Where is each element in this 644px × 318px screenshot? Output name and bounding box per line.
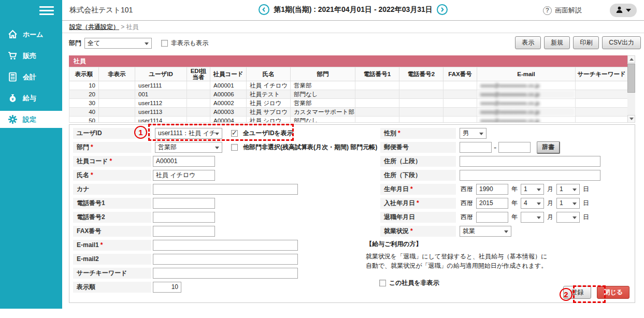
show-all-user-ids-checkbox[interactable] [231, 130, 238, 137]
display-order-link[interactable]: 40 [69, 108, 99, 117]
employee-code-input[interactable]: A00001 [153, 156, 215, 167]
column-header: 部門 [291, 67, 355, 81]
fax-label: FAX番号 [73, 226, 151, 237]
table-cell: 社員 イチロウ [247, 81, 291, 90]
retire-year-input[interactable] [476, 212, 508, 223]
breadcrumb-separator: > [121, 23, 124, 31]
table-cell-email-masked: xxxxx@xxxxxxxxxx.co.jp [477, 90, 576, 99]
sidebar-item-settings[interactable]: 設定 [0, 111, 62, 128]
join-day-select[interactable]: 1 [556, 198, 580, 209]
sidebar-menu: ホーム 販売 会計 ¥ 給与 [0, 24, 62, 130]
gender-select[interactable]: 男 [460, 128, 486, 139]
email1-input[interactable] [153, 240, 298, 251]
address2-label: 住所（下段） [380, 170, 456, 181]
other-department-label: 他部門非選択(残高試算表(月次・期間) 部門元帳) [243, 143, 377, 152]
show-hidden-checkbox[interactable] [161, 40, 168, 47]
department-filter-select[interactable]: 全て [84, 38, 152, 49]
user-id-label: ユーザID [73, 128, 151, 139]
other-department-checkbox[interactable] [231, 144, 238, 151]
phone1-input[interactable] [153, 198, 215, 209]
address1-input[interactable] [460, 156, 600, 167]
department-select[interactable]: 営業部 [155, 142, 222, 153]
fax-input[interactable] [153, 226, 215, 237]
name-input[interactable]: 社員 イチロウ [153, 170, 215, 181]
sidebar-item-home[interactable]: ホーム [0, 24, 62, 45]
join-month-select[interactable]: 4 [521, 198, 544, 209]
sidebar-item-accounting[interactable]: 会計 [0, 66, 62, 88]
breadcrumb-current: 社員 [126, 23, 139, 31]
table-cell-email-masked: xxxxx@xxxxxxxxxx.co.jp [477, 81, 576, 90]
postal-code-row: 郵便番号 - 辞書 [380, 142, 631, 153]
table-cell [576, 117, 628, 123]
payroll-note-line: 就業状況を「退職」にして登録すると、社員給与（基本情報）に [366, 252, 616, 261]
kana-input[interactable] [153, 184, 298, 195]
table-cell [99, 90, 135, 99]
scroll-down-icon[interactable] [627, 115, 635, 123]
sidebar-item-label: 会計 [23, 73, 36, 82]
show-button[interactable]: 表示 [515, 36, 541, 49]
address2-input[interactable] [460, 170, 600, 181]
retire-month-select[interactable] [521, 212, 544, 223]
new-button[interactable]: 新規 [544, 36, 570, 49]
column-header: 非表示 [99, 67, 135, 81]
table-row[interactable]: 50user1114A00004社員 シロウ部門なしxxxxx@xxxxxxxx… [69, 117, 628, 123]
birth-day-select[interactable]: 1 [556, 184, 580, 195]
close-button[interactable]: 閉じる [597, 286, 629, 299]
employment-status-row: 就業状況* 就業 [380, 226, 631, 237]
birth-date-label: 生年月日 [384, 185, 409, 193]
table-row[interactable]: 40user1113A00003社員 サブロウカスタマーサポート部xxxxx@x… [69, 108, 628, 117]
display-order-link[interactable]: 10 [69, 81, 99, 90]
table-cell: 社員 サブロウ [247, 108, 291, 117]
next-period-button[interactable] [437, 4, 448, 15]
screen-help-button[interactable]: ? 画面解説 [543, 6, 582, 15]
user-menu-button[interactable] [610, 4, 637, 17]
display-order-link[interactable]: 30 [69, 99, 99, 108]
hide-employee-checkbox[interactable] [379, 280, 386, 286]
csv-export-button[interactable]: CSV出力 [602, 36, 641, 49]
retire-day-select[interactable] [556, 212, 580, 223]
kana-row: カナ [73, 184, 379, 195]
print-button[interactable]: 印刷 [573, 36, 599, 49]
scrollbar-thumb[interactable] [627, 64, 635, 93]
user-id-row: ユーザID user1111：社員 イチ 全ユーザIDを表示 [73, 128, 379, 139]
birth-month-select[interactable]: 1 [521, 184, 544, 195]
display-order-input[interactable]: 10 [153, 282, 181, 293]
table-scrollbar[interactable] [627, 55, 635, 123]
year-suffix: 年 [511, 213, 518, 222]
form-right-column: 性別* 男 郵便番号 - 辞書 住所（上段） 住所（下段） [380, 128, 631, 287]
table-cell [443, 108, 477, 117]
postal-code-input-2[interactable] [498, 142, 531, 153]
sidebar-item-payroll[interactable]: ¥ 給与 [0, 88, 62, 109]
table-row[interactable]: 30user1112A00002社員 ジロウ営業部xxxxx@xxxxxxxxx… [69, 99, 628, 108]
column-header: 氏名 [247, 67, 291, 81]
email1-label: E-mail1 [77, 241, 99, 249]
phone1-label: 電話番号1 [73, 198, 151, 209]
hamburger-menu-icon[interactable] [39, 6, 54, 17]
employee-table: 表示順 非表示 ユーザID EDI担当者 社員コード 氏名 部門 電話番号1 電… [69, 67, 628, 123]
email2-input[interactable] [153, 254, 298, 265]
sidebar-item-sales[interactable]: 販売 [0, 45, 62, 66]
previous-period-button[interactable] [259, 4, 269, 15]
phone2-input[interactable] [153, 212, 215, 223]
show-all-user-ids-label: 全ユーザIDを表示 [243, 129, 293, 138]
table-cell: 社員テスト [247, 90, 291, 99]
breadcrumb-parent-link[interactable]: 設定（共通設定） [69, 23, 119, 31]
search-keyword-input[interactable] [153, 268, 298, 279]
user-id-select[interactable]: user1111：社員 イチ [155, 128, 222, 139]
postal-code-input-1[interactable] [460, 142, 492, 153]
dictionary-button[interactable]: 辞書 [537, 141, 560, 154]
display-order-link[interactable]: 50 [69, 117, 99, 123]
register-button[interactable]: 登録 [563, 286, 591, 299]
display-order-link[interactable]: 20 [69, 90, 99, 99]
table-row[interactable]: 10user1111A00001社員 イチロウ営業部xxxxx@xxxxxxxx… [69, 81, 628, 90]
email1-row: E-mail1* [73, 240, 379, 251]
table-title-bar: 社員 [69, 55, 627, 67]
join-year-input[interactable]: 2015 [476, 198, 508, 209]
gear-icon [8, 114, 18, 124]
scroll-up-icon[interactable] [627, 55, 635, 63]
address1-label: 住所（上段） [380, 156, 456, 167]
birth-year-input[interactable]: 1990 [476, 184, 508, 195]
employment-status-select[interactable]: 就業 [460, 226, 511, 237]
table-row[interactable]: 20001A00006社員テスト部門なしxxxxx@xxxxxxxxxx.co.… [69, 90, 628, 99]
phone2-row: 電話番号2 [73, 212, 379, 223]
